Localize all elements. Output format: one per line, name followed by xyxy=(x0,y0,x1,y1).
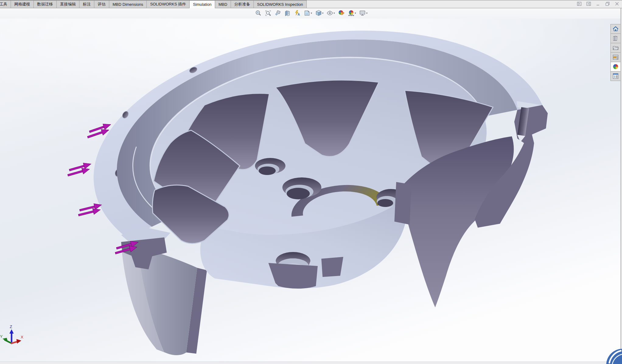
tab-SOLIDWORKS 插件[interactable]: SOLIDWORKS 插件 xyxy=(146,0,190,8)
dropdown-caret-icon[interactable]: ▾ xyxy=(334,12,335,15)
edit-appearance-icon xyxy=(338,10,345,16)
graphics-area[interactable]: Z Y X xyxy=(0,19,622,362)
dynamic-annotation-button[interactable]: A xyxy=(293,9,301,17)
collapse-pane-left-button[interactable] xyxy=(577,1,582,6)
previous-view-button[interactable] xyxy=(274,9,282,17)
file-explorer-icon xyxy=(612,44,619,51)
section-view-button[interactable] xyxy=(284,9,292,17)
drawing-sheet-button[interactable]: ▾ xyxy=(303,9,313,17)
zoom-to-area-icon xyxy=(265,10,271,16)
apply-scene-button[interactable]: ▾ xyxy=(347,9,357,17)
zoom-to-fit-button[interactable] xyxy=(254,9,262,17)
task-pane xyxy=(610,24,621,81)
axis-x-label: X xyxy=(21,335,23,339)
tab-Simulation[interactable]: Simulation xyxy=(189,0,215,8)
home-icon xyxy=(612,26,619,32)
hub-cut-tab xyxy=(321,257,343,277)
apply-scene-icon xyxy=(348,10,355,16)
tab-SOLIDWORKS Inspection[interactable]: SOLIDWORKS Inspection xyxy=(253,0,307,8)
collapse-pane-left-icon xyxy=(577,1,582,6)
close-button[interactable] xyxy=(614,1,620,6)
file-explorer-button[interactable] xyxy=(610,43,621,53)
zoom-to-fit-icon xyxy=(255,10,262,16)
section-view-icon xyxy=(284,10,291,16)
heads-up-toolbar: A▾▾▾▾▾ xyxy=(0,8,622,19)
window-controls xyxy=(577,1,620,6)
close-icon xyxy=(614,1,620,6)
home-button[interactable] xyxy=(610,24,621,34)
zoom-to-area-button[interactable] xyxy=(264,9,272,17)
appearances-icon xyxy=(612,63,619,70)
dropdown-caret-icon[interactable]: ▾ xyxy=(355,12,356,15)
solidworks-corner-logo[interactable] xyxy=(604,346,622,364)
solidworks-window: 工具网格建模数据迁移直接编辑标注评估MBD DimensionsSOLIDWOR… xyxy=(0,0,622,364)
tab-工具[interactable]: 工具 xyxy=(0,0,11,8)
minimize-button[interactable] xyxy=(596,1,601,6)
hide-show-items-icon xyxy=(327,10,333,16)
heads-up-toolbar-icons: A▾▾▾▾▾ xyxy=(254,9,368,17)
restore-icon xyxy=(605,1,610,6)
tab-网格建模[interactable]: 网格建模 xyxy=(11,0,34,8)
dynamic-annotation-icon: A xyxy=(294,10,301,16)
custom-properties-button[interactable] xyxy=(610,71,621,81)
edit-appearance-button[interactable] xyxy=(337,9,345,17)
dropdown-caret-icon[interactable]: ▾ xyxy=(366,12,368,15)
tab-MBD Dimensions[interactable]: MBD Dimensions xyxy=(109,0,147,8)
tab-分析准备[interactable]: 分析准备 xyxy=(231,0,254,8)
tab-直接编辑[interactable]: 直接编辑 xyxy=(56,0,79,8)
view-palette-icon xyxy=(612,54,619,61)
axis-z-label: Z xyxy=(10,324,12,329)
axis-y-label: Y xyxy=(0,334,3,339)
view-settings-button[interactable]: ▾ xyxy=(358,9,368,17)
dropdown-caret-icon[interactable]: ▾ xyxy=(322,12,324,15)
collapse-pane-right-button[interactable] xyxy=(586,1,591,6)
tab-评估[interactable]: 评估 xyxy=(94,0,109,8)
command-manager-tabbar: 工具网格建模数据迁移直接编辑标注评估MBD DimensionsSOLIDWOR… xyxy=(0,0,622,8)
tab-MBD[interactable]: MBD xyxy=(215,0,231,8)
view-orientation-button[interactable]: ▾ xyxy=(315,9,324,17)
hide-show-items-button[interactable]: ▾ xyxy=(326,9,336,17)
view-palette-button[interactable] xyxy=(610,52,621,62)
appearances-button[interactable] xyxy=(610,62,621,72)
svg-text:A: A xyxy=(298,13,300,16)
custom-properties-icon xyxy=(612,73,619,79)
tab-标注[interactable]: 标注 xyxy=(79,0,94,8)
view-settings-icon xyxy=(359,10,366,16)
restore-button[interactable] xyxy=(605,1,610,6)
previous-view-icon xyxy=(274,10,281,16)
status-bar xyxy=(0,362,622,364)
minimize-icon xyxy=(596,1,601,6)
collapse-pane-right-icon xyxy=(586,1,591,6)
tab-数据迁移[interactable]: 数据迁移 xyxy=(33,0,57,8)
design-library-button[interactable] xyxy=(610,33,621,43)
dropdown-caret-icon[interactable]: ▾ xyxy=(311,12,312,15)
view-orientation-icon xyxy=(315,10,322,16)
drawing-sheet-icon xyxy=(304,10,310,16)
design-library-icon xyxy=(612,35,619,42)
